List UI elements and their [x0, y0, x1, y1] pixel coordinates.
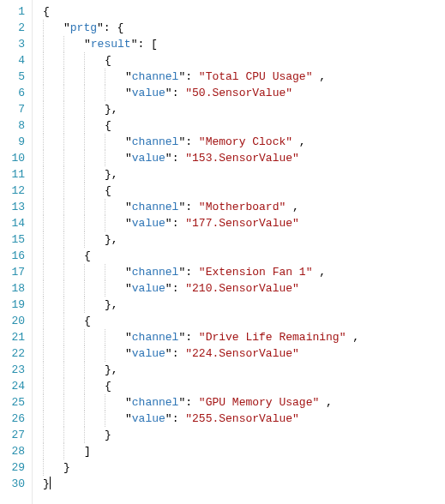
token-quote: "	[125, 87, 132, 99]
token-colon: :	[137, 38, 151, 51]
code-line[interactable]: {	[36, 52, 445, 69]
token-string: "210.SensorValue"	[185, 282, 299, 295]
code-line[interactable]: }	[36, 459, 445, 476]
code-line[interactable]: "channel": "Extension Fan 1" ,	[36, 264, 445, 280]
token-brace: {	[105, 380, 111, 393]
token-key: prtg	[70, 21, 97, 34]
token-brace: }	[43, 477, 50, 490]
token-key: channel	[132, 70, 179, 83]
code-line[interactable]: "value": "255.SensorValue"	[36, 411, 445, 427]
code-line[interactable]: "value": "177.SensorValue"	[36, 215, 445, 231]
token-quote: "	[125, 70, 132, 83]
code-line[interactable]: "prtg": {	[36, 20, 445, 36]
code-line[interactable]: "channel": "Total CPU Usage" ,	[36, 69, 445, 85]
code-line[interactable]: "value": "224.SensorValue"	[36, 345, 445, 362]
token-comma: ,	[111, 298, 118, 311]
token-colon: :	[185, 201, 199, 213]
line-number: 22	[3, 345, 25, 362]
line-text: "value": "50.SensorValue"	[36, 87, 292, 99]
token-brace: {	[84, 315, 91, 327]
token-colon: :	[172, 347, 186, 360]
token-brace: {	[117, 21, 123, 34]
line-number: 20	[3, 313, 25, 329]
code-line[interactable]: {	[36, 313, 445, 329]
token-string: "224.SensorValue"	[185, 347, 299, 360]
token-quote: "	[165, 87, 172, 99]
token-colon: :	[185, 70, 199, 83]
token-colon: :	[172, 152, 186, 165]
code-line[interactable]: },	[36, 166, 445, 183]
line-number: 10	[3, 150, 25, 166]
line-text: {	[36, 119, 111, 132]
line-text: "channel": "Motherboard" ,	[36, 201, 299, 213]
token-string: "Memory Clock"	[199, 135, 292, 148]
code-line[interactable]: "channel": "Motherboard" ,	[36, 199, 445, 215]
line-text: }	[36, 477, 51, 490]
code-line[interactable]: }	[36, 476, 445, 492]
token-key: channel	[132, 201, 179, 213]
line-number: 6	[3, 85, 25, 101]
token-brace: }	[105, 363, 111, 376]
code-line[interactable]: },	[36, 362, 445, 378]
line-text: },	[36, 363, 118, 376]
token-key: value	[132, 152, 165, 165]
code-line[interactable]: }	[36, 427, 445, 443]
gutter: 1234567891011121314151617181920212223242…	[0, 0, 33, 504]
code-line[interactable]: "value": "50.SensorValue"	[36, 85, 445, 101]
line-number: 2	[3, 20, 25, 36]
token-string: "GPU Memory Usage"	[199, 396, 319, 409]
token-string: "153.SensorValue"	[185, 152, 299, 165]
code-line[interactable]: "value": "153.SensorValue"	[36, 150, 445, 166]
token-colon: :	[172, 412, 186, 425]
code-line[interactable]: {	[36, 183, 445, 199]
token-brace: }	[105, 233, 111, 246]
line-text: {	[36, 249, 91, 262]
token-key: result	[91, 38, 131, 51]
line-text: }	[36, 429, 111, 441]
token-key: value	[132, 87, 165, 99]
line-text: "value": "255.SensorValue"	[36, 412, 299, 425]
line-number: 17	[3, 264, 25, 280]
code-area[interactable]: {"prtg": {"result": [{"channel": "Total …	[33, 0, 445, 504]
code-line[interactable]: {	[36, 3, 445, 20]
token-quote: "	[165, 217, 172, 230]
code-line[interactable]: "channel": "GPU Memory Usage" ,	[36, 394, 445, 411]
token-key: value	[132, 347, 165, 360]
line-number: 5	[3, 69, 25, 85]
token-brace: {	[84, 249, 91, 262]
line-number: 26	[3, 411, 25, 427]
line-text: },	[36, 298, 118, 311]
line-number: 9	[3, 134, 25, 150]
token-quote: "	[125, 412, 132, 425]
line-text: "value": "177.SensorValue"	[36, 217, 299, 230]
code-line[interactable]: "result": [	[36, 36, 445, 52]
code-line[interactable]: },	[36, 101, 445, 117]
code-line[interactable]: ]	[36, 443, 445, 459]
line-number: 8	[3, 117, 25, 134]
code-line[interactable]: "channel": "Drive Life Remaining" ,	[36, 329, 445, 345]
line-text: "channel": "Extension Fan 1" ,	[36, 266, 326, 279]
code-line[interactable]: },	[36, 231, 445, 248]
code-editor[interactable]: 1234567891011121314151617181920212223242…	[0, 0, 445, 504]
line-text: "prtg": {	[36, 21, 123, 34]
code-line[interactable]: "value": "210.SensorValue"	[36, 280, 445, 297]
token-quote: "	[63, 21, 70, 34]
code-line[interactable]: },	[36, 297, 445, 313]
line-number: 7	[3, 101, 25, 117]
token-brace: }	[105, 168, 111, 181]
line-text: {	[36, 315, 91, 327]
code-line[interactable]: {	[36, 248, 445, 264]
token-brace: {	[105, 119, 111, 132]
token-string: "50.SensorValue"	[185, 87, 292, 99]
token-key: channel	[132, 396, 179, 409]
token-brace: {	[105, 54, 111, 67]
line-number: 27	[3, 427, 25, 443]
code-line[interactable]: {	[36, 378, 445, 394]
token-comma: ,	[346, 331, 359, 344]
code-line[interactable]: "channel": "Memory Clock" ,	[36, 134, 445, 150]
line-number: 30	[3, 476, 25, 492]
line-number: 14	[3, 215, 25, 231]
code-line[interactable]: {	[36, 117, 445, 134]
line-text: "value": "153.SensorValue"	[36, 152, 299, 165]
token-string: "255.SensorValue"	[185, 412, 299, 425]
